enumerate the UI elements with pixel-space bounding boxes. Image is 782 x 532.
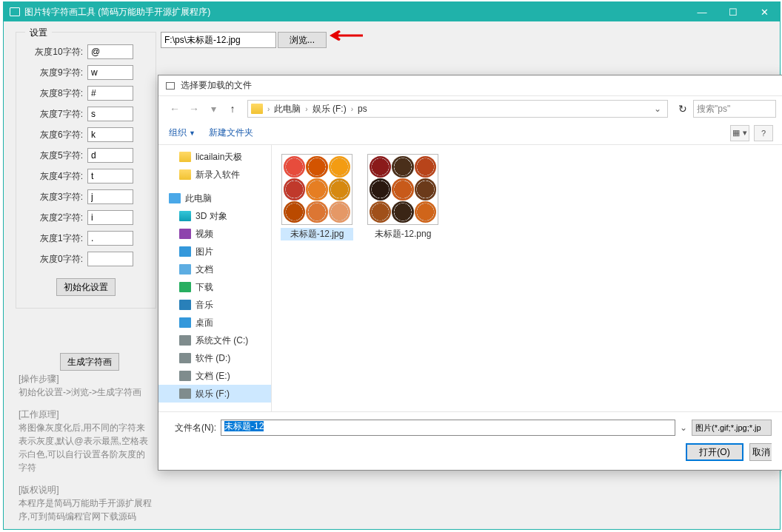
nav-up-button[interactable]: ↑ bbox=[224, 100, 241, 118]
gray-label: 灰度4字符: bbox=[27, 170, 83, 183]
title-bar: 图片转字符画工具 (简码万能助手开源扩展程序) — ☐ ✕ bbox=[4, 2, 780, 21]
tree-item[interactable]: 此电脑 bbox=[158, 189, 271, 207]
maximize-button[interactable]: ☐ bbox=[718, 2, 749, 21]
folder-icon bbox=[179, 169, 191, 180]
dialog-icon bbox=[166, 82, 175, 90]
gray-label: 灰度1字符: bbox=[27, 232, 83, 245]
close-button[interactable]: ✕ bbox=[749, 2, 780, 21]
tree-item[interactable]: 新录入软件 bbox=[158, 166, 271, 183]
search-input[interactable]: 搜索"ps" bbox=[693, 100, 776, 118]
init-button[interactable]: 初始化设置 bbox=[56, 278, 116, 296]
nav-recent-button[interactable]: ▾ bbox=[204, 100, 222, 118]
image-icon bbox=[179, 246, 191, 257]
gray-input-2[interactable] bbox=[87, 210, 133, 225]
tree-item[interactable]: 文档 bbox=[158, 260, 271, 278]
app-icon bbox=[10, 7, 20, 16]
tree-item[interactable]: 3D 对象 bbox=[158, 207, 271, 225]
gray-input-8[interactable] bbox=[87, 86, 133, 101]
breadcrumb[interactable]: › 此电脑 › 娱乐 (F:) › ps ⌄ bbox=[247, 100, 668, 118]
gray-label: 灰度5字符: bbox=[27, 149, 83, 162]
help-copyright: [版权说明] 本程序是简码万能助手开源扩展程序,可到简码编程官网下载源码 bbox=[19, 483, 152, 523]
gray-input-6[interactable] bbox=[87, 127, 133, 142]
gray-input-7[interactable] bbox=[87, 107, 133, 121]
gray-input-4[interactable] bbox=[87, 169, 133, 183]
gray-label: 灰度6字符: bbox=[27, 129, 83, 141]
generate-button[interactable]: 生成字符画 bbox=[60, 353, 119, 371]
gray-input-10[interactable] bbox=[87, 44, 133, 59]
gray-input-5[interactable] bbox=[87, 148, 133, 163]
music-icon bbox=[179, 300, 191, 310]
video-icon bbox=[179, 229, 191, 239]
tree-item[interactable]: 桌面 bbox=[158, 314, 271, 331]
breadcrumb-part[interactable]: 娱乐 (F:) bbox=[310, 103, 350, 115]
breadcrumb-dropdown[interactable]: ⌄ bbox=[651, 104, 664, 114]
nav-back-button[interactable]: ← bbox=[166, 100, 184, 118]
breadcrumb-part[interactable]: ps bbox=[355, 104, 370, 114]
tree-item[interactable]: 图片 bbox=[158, 243, 271, 260]
3d-icon bbox=[179, 211, 191, 221]
folder-icon bbox=[251, 104, 263, 114]
gray-input-3[interactable] bbox=[87, 189, 133, 204]
drive-icon bbox=[179, 353, 191, 363]
file-name: 未标题-12.jpg bbox=[281, 228, 353, 240]
filename-label: 文件名(N): bbox=[170, 422, 216, 434]
dialog-title: 选择要加载的文件 bbox=[181, 79, 252, 92]
browse-button[interactable]: 浏览... bbox=[278, 32, 327, 48]
gray-label: 灰度10字符: bbox=[27, 46, 83, 58]
tree-item[interactable]: 系统文件 (C:) bbox=[158, 331, 271, 349]
file-item[interactable]: 未标题-12.jpg bbox=[281, 154, 353, 240]
help-principle: [工作原理] 将图像灰度化后,用不同的字符来表示灰度,默认@表示最黑,空格表示白… bbox=[19, 408, 152, 474]
folder-icon bbox=[179, 152, 191, 162]
drive-icon bbox=[179, 388, 191, 399]
tree-item[interactable]: 娱乐 (F:) bbox=[158, 385, 271, 403]
main-window: 图片转字符画工具 (简码万能助手开源扩展程序) — ☐ ✕ 浏览... 设置 灰… bbox=[3, 1, 781, 530]
tree-item[interactable]: 下载 bbox=[158, 278, 271, 296]
help-button[interactable]: ? bbox=[754, 125, 773, 141]
new-folder-button[interactable]: 新建文件夹 bbox=[209, 127, 253, 139]
gray-input-9[interactable] bbox=[87, 65, 133, 80]
app-title: 图片转字符画工具 (简码万能助手开源扩展程序) bbox=[24, 6, 210, 18]
nav-forward-button[interactable]: → bbox=[185, 100, 203, 118]
tree-item[interactable]: 视频 bbox=[158, 225, 271, 243]
drive-icon bbox=[179, 335, 191, 346]
file-item[interactable]: 未标题-12.png bbox=[367, 154, 439, 240]
folder-tree: licailain天极新录入软件此电脑3D 对象视频图片文档下载音乐桌面系统文件… bbox=[158, 145, 272, 411]
tree-item[interactable]: 音乐 bbox=[158, 296, 271, 314]
organize-menu[interactable]: 组织▼ bbox=[169, 127, 196, 139]
desktop-icon bbox=[179, 317, 191, 328]
gray-label: 灰度3字符: bbox=[27, 191, 83, 203]
tree-item[interactable]: 软件 (D:) bbox=[158, 349, 271, 367]
doc-icon bbox=[179, 264, 191, 275]
gray-label: 灰度7字符: bbox=[27, 108, 83, 121]
gray-label: 灰度2字符: bbox=[27, 212, 83, 224]
help-steps: [操作步骤] 初始化设置->浏览->生成字符画 bbox=[19, 372, 152, 399]
drive-icon bbox=[179, 371, 191, 381]
file-list: 未标题-12.jpg未标题-12.png bbox=[272, 145, 782, 411]
file-thumbnail bbox=[367, 154, 438, 225]
refresh-button[interactable]: ↻ bbox=[674, 100, 692, 118]
view-mode-button[interactable]: ▦ ▾ bbox=[730, 125, 749, 141]
annotation-arrow-icon bbox=[330, 27, 363, 44]
path-input[interactable] bbox=[161, 32, 276, 48]
svg-marker-0 bbox=[330, 30, 338, 41]
cancel-button[interactable]: 取消 bbox=[749, 443, 772, 461]
file-thumbnail bbox=[281, 154, 352, 225]
filename-input[interactable]: 未标题-12 bbox=[221, 420, 675, 436]
open-button[interactable]: 打开(O) bbox=[686, 443, 743, 461]
gray-input-0[interactable] bbox=[87, 252, 133, 266]
settings-title: 设置 bbox=[25, 27, 52, 39]
minimize-button[interactable]: — bbox=[686, 2, 718, 21]
download-icon bbox=[179, 282, 191, 292]
file-dialog: 选择要加载的文件 ← → ▾ ↑ › 此电脑 › 娱乐 (F:) › ps ⌄ … bbox=[158, 75, 782, 471]
pc-icon bbox=[169, 193, 181, 203]
help-text: [操作步骤] 初始化设置->浏览->生成字符画 [工作原理] 将图像灰度化后,用… bbox=[19, 372, 152, 532]
file-name: 未标题-12.png bbox=[367, 228, 439, 240]
tree-item[interactable]: licailain天极 bbox=[158, 148, 271, 166]
settings-panel: 设置 灰度10字符:灰度9字符:灰度8字符:灰度7字符:灰度6字符:灰度5字符:… bbox=[16, 32, 156, 309]
gray-input-1[interactable] bbox=[87, 231, 133, 246]
tree-item[interactable]: 文档 (E:) bbox=[158, 367, 271, 385]
gray-label: 灰度8字符: bbox=[27, 87, 83, 100]
gray-label: 灰度9字符: bbox=[27, 67, 83, 79]
breadcrumb-part[interactable]: 此电脑 bbox=[271, 103, 304, 115]
filter-dropdown[interactable]: 图片(*.gif;*.jpg;*.jp bbox=[692, 420, 772, 436]
